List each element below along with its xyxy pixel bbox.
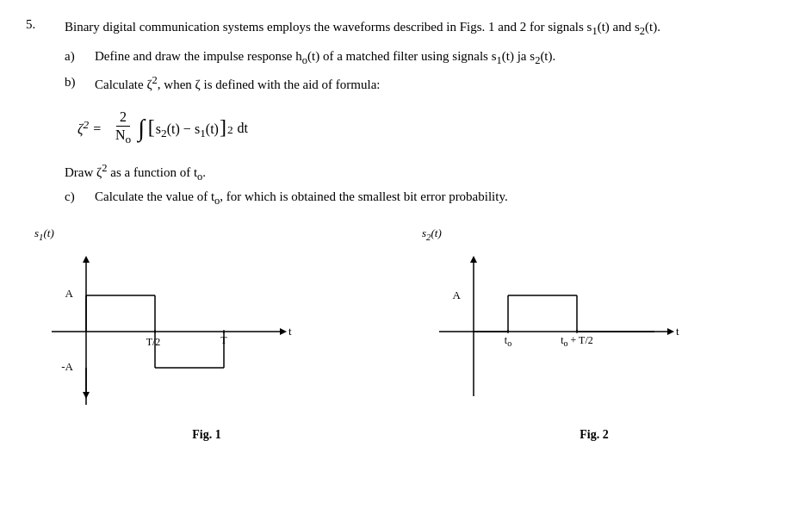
square-exp: 2	[227, 123, 233, 137]
fig2-to-half-label: to + T/2	[561, 334, 593, 348]
fraction: 2 No	[112, 109, 134, 146]
figures-area: s1(t) A -A	[26, 227, 786, 442]
part-b-label: b)	[65, 72, 82, 95]
part-a: a) Define and draw the impulse response …	[65, 47, 786, 69]
fig2-signal-label: s2(t)	[422, 227, 775, 242]
fig1-signal-label: s1(t)	[34, 227, 387, 242]
figure-2-container: s2(t) A	[413, 227, 775, 442]
formula-lhs: ζ2 =	[77, 118, 102, 137]
svg-marker-3	[280, 328, 287, 335]
fig2-a-label: A	[453, 289, 462, 301]
integrand: s2(t) − s1(t)	[156, 121, 219, 140]
fig1-t-label: T	[220, 334, 227, 346]
fig1-t-half-label: T/2	[146, 336, 161, 348]
figure-1-container: s1(t) A -A	[26, 227, 387, 442]
fig2-to-label: to	[505, 334, 511, 348]
draw-and-part-c: Draw ζ2 as a function of to. c) Calculat…	[65, 162, 786, 209]
integral-expr: ∫ [ s2(t) − s1(t) ] 2 dt	[138, 116, 248, 140]
formula-rhs: 2 No ∫ [ s2(t) − s1(t) ] 2 dt	[108, 109, 248, 146]
fig1-a-label: A	[65, 287, 74, 300]
bracket-expr: [ s2(t) − s1(t) ] 2	[148, 116, 233, 140]
part-c-label: c)	[65, 187, 82, 209]
frac-numerator: 2	[116, 109, 130, 127]
svg-marker-1	[83, 256, 90, 263]
integral-symbol: ∫	[138, 116, 145, 140]
fig1-neg-a-label: -A	[61, 360, 73, 373]
fig1-svg: A -A T/2 T	[26, 245, 336, 418]
frac-denominator: No	[112, 127, 134, 146]
problem-container: 5. Binary digital communication systems …	[26, 17, 786, 442]
svg-marker-16	[667, 328, 674, 335]
fig1-t-axis-label: t	[288, 325, 292, 338]
part-a-text: Define and draw the impulse response ho(…	[95, 47, 555, 69]
draw-text-row: Draw ζ2 as a function of to.	[65, 162, 786, 183]
formula-block: ζ2 = 2 No ∫ [ s2(t) − s1(t) ] 2 dt	[77, 109, 786, 146]
left-bracket: [	[148, 116, 155, 137]
fig2-svg: A to to + T/2	[413, 245, 723, 418]
draw-text: Draw ζ2 as a function of to.	[65, 165, 206, 179]
part-a-label: a)	[65, 47, 82, 69]
problem-header: 5. Binary digital communication systems …	[26, 17, 786, 40]
svg-marker-12	[83, 392, 90, 399]
svg-marker-14	[470, 256, 477, 263]
part-c-text: Calculate the value of to, for which is …	[95, 187, 508, 209]
part-b-text: Calculate ζ2, when ζ is defined with the…	[95, 72, 381, 95]
fig1-caption: Fig. 1	[26, 428, 387, 442]
fig2-caption: Fig. 2	[413, 428, 775, 442]
right-bracket: ]	[220, 116, 226, 137]
part-b: b) Calculate ζ2, when ζ is defined with …	[65, 72, 786, 95]
dt: dt	[238, 121, 248, 136]
problem-intro: Binary digital communication systems emp…	[65, 17, 660, 40]
sub-items: a) Define and draw the impulse response …	[65, 47, 786, 94]
problem-number: 5.	[26, 17, 47, 40]
fig2-t-axis-label: t	[676, 325, 679, 338]
part-c: c) Calculate the value of to, for which …	[65, 187, 786, 209]
